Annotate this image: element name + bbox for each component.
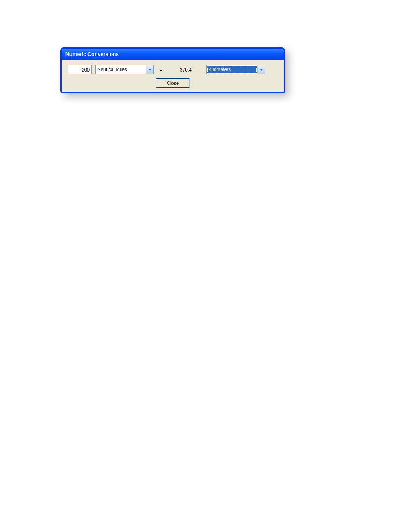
conversion-row: Nautical Miles = 370.4 Kilometers	[68, 65, 278, 74]
to-unit-text: Kilometers	[207, 66, 257, 73]
input-value-field[interactable]	[68, 65, 92, 74]
titlebar[interactable]: Numeric Conversions	[61, 48, 284, 60]
to-unit-dropdown-button[interactable]	[257, 65, 265, 74]
equals-label: =	[157, 67, 165, 73]
close-button[interactable]: Close	[156, 78, 190, 88]
to-unit-select[interactable]: Kilometers	[206, 65, 265, 74]
window-title: Numeric Conversions	[65, 51, 119, 57]
chevron-down-icon	[149, 69, 152, 71]
from-unit-text: Nautical Miles	[96, 65, 146, 74]
result-value: 370.4	[168, 67, 203, 72]
button-row: Close	[68, 78, 278, 88]
from-unit-select[interactable]: Nautical Miles	[95, 65, 154, 74]
client-area: Nautical Miles = 370.4 Kilometers Close	[62, 60, 284, 92]
chevron-down-icon	[260, 69, 263, 71]
from-unit-dropdown-button[interactable]	[146, 65, 153, 74]
numeric-conversions-window: Numeric Conversions Nautical Miles = 370…	[60, 47, 285, 93]
